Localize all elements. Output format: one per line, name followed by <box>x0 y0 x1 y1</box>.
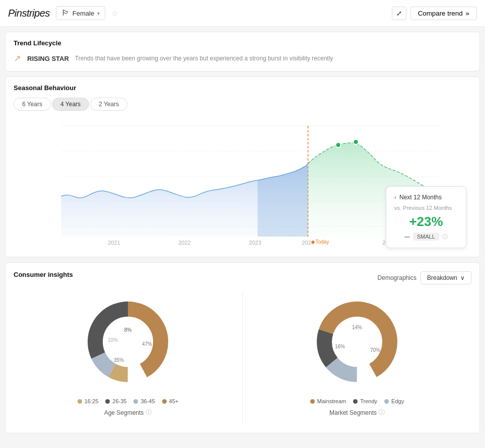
seasonal-title: Seasonal Behaviour <box>14 84 471 92</box>
svg-text:16%: 16% <box>335 344 345 349</box>
trend-lifecycle-section: Trend Lifecycle ↗ RISING STAR Trends tha… <box>5 32 480 71</box>
consumer-header: Consumer insights Demographics Breakdown… <box>14 271 471 284</box>
favorite-star-icon[interactable]: ☆ <box>111 9 118 18</box>
tab-2-years[interactable]: 2 Years <box>90 98 127 111</box>
year-tab-group: 6 Years 4 Years 2 Years <box>14 98 471 111</box>
svg-text:Today: Today <box>316 239 329 245</box>
legend-dot-26-35 <box>105 399 110 404</box>
svg-text:10%: 10% <box>108 337 118 343</box>
age-legend: 16:25 26-35 36-45 45+ <box>78 398 178 404</box>
svg-text:70%: 70% <box>370 347 380 353</box>
forecast-nav[interactable]: ‹ Next 12 Months <box>394 194 458 201</box>
legend-label-16-25: 16:25 <box>85 398 99 404</box>
trend-row: ↗ RISING STAR Trends that have been grow… <box>14 53 471 64</box>
svg-text:14%: 14% <box>352 325 362 330</box>
bar-chart-icon: ▪▪▪ <box>404 234 410 240</box>
consumer-insights-section: Consumer insights Demographics Breakdown… <box>5 262 480 433</box>
main-content: Trend Lifecycle ↗ RISING STAR Trends tha… <box>0 32 485 433</box>
header-left: Pinstripes 🏳 Female ▾ ☆ <box>8 6 118 20</box>
legend-label-trendy: Trendy <box>360 398 377 404</box>
market-segments-label: Market Segments ⓘ <box>329 408 385 417</box>
forecast-popup: ‹ Next 12 Months vs. Previous 12 Months … <box>386 186 466 248</box>
age-segments-col: 8% 10% 35% 47% 16:25 26-35 <box>14 291 243 425</box>
legend-dot-36-45 <box>133 399 138 404</box>
legend-16-25: 16:25 <box>78 398 99 404</box>
forecast-vs-label: vs. Previous 12 Months <box>394 205 458 211</box>
age-donut-chart: 8% 10% 35% 47% <box>83 296 173 387</box>
trend-description: Trends that have been growing over the y… <box>75 55 333 62</box>
trend-lifecycle-title: Trend Lifecycle <box>14 39 471 47</box>
seasonal-header: Seasonal Behaviour <box>14 84 471 92</box>
legend-trendy: Trendy <box>353 398 377 404</box>
legend-dot-45-plus <box>162 399 167 404</box>
legend-dot-16-25 <box>78 399 82 404</box>
breakdown-chevron-icon: ∨ <box>460 274 465 281</box>
legend-dot-mainstream <box>310 399 315 404</box>
market-segments-text: Market Segments <box>329 409 377 416</box>
legend-label-edgy: Edgy <box>391 398 404 404</box>
market-segments-col: 14% 16% 70% Mainstream Trendy <box>243 291 471 425</box>
breakdown-select[interactable]: Breakdown ∨ <box>421 271 471 284</box>
info-icon[interactable]: ⓘ <box>442 233 448 241</box>
svg-text:2021: 2021 <box>108 240 120 246</box>
rising-star-badge: RISING STAR <box>27 55 69 62</box>
compare-trend-label: Compare trend <box>418 10 463 17</box>
legend-label-45-plus: 45+ <box>169 398 179 404</box>
age-donut-wrapper: 8% 10% 35% 47% <box>83 296 173 387</box>
svg-point-6 <box>336 142 341 147</box>
legend-label-26-35: 26-35 <box>112 398 126 404</box>
app-logo: Pinstripes <box>8 8 50 19</box>
legend-mainstream: Mainstream <box>310 398 346 404</box>
demographics-charts-row: 8% 10% 35% 47% 16:25 26-35 <box>14 291 471 425</box>
chevron-down-icon: ▾ <box>97 11 100 16</box>
seasonal-behaviour-section: Seasonal Behaviour 6 Years 4 Years 2 Yea… <box>5 77 480 257</box>
demographics-label: Demographics <box>378 274 417 281</box>
size-badge: SMALL <box>413 233 439 241</box>
tab-4-years[interactable]: 4 Years <box>52 98 89 111</box>
legend-45-plus: 45+ <box>162 398 179 404</box>
legend-dot-edgy <box>384 399 389 404</box>
breakdown-label: Breakdown <box>427 274 457 281</box>
svg-text:47%: 47% <box>142 341 152 347</box>
svg-text:2023: 2023 <box>249 240 261 246</box>
svg-text:2022: 2022 <box>178 240 190 246</box>
forecast-title: Next 12 Months <box>399 194 442 201</box>
legend-26-35: 26-35 <box>105 398 126 404</box>
compare-arrows-icon: » <box>466 10 469 17</box>
svg-point-14 <box>312 241 315 244</box>
flag-icon: 🏳 <box>61 9 70 18</box>
forecast-badge-row: ▪▪▪ SMALL ⓘ <box>394 233 458 241</box>
market-legend: Mainstream Trendy Edgy <box>310 398 404 404</box>
legend-36-45: 36-45 <box>133 398 155 404</box>
legend-edgy: Edgy <box>384 398 404 404</box>
legend-label-mainstream: Mainstream <box>317 398 346 404</box>
consumer-controls: Demographics Breakdown ∨ <box>378 271 471 284</box>
forecast-percentage: +23% <box>394 214 458 230</box>
market-donut-wrapper: 14% 16% 70% <box>312 296 402 387</box>
header-right: ⤢ Compare trend » <box>392 7 477 20</box>
header: Pinstripes 🏳 Female ▾ ☆ ⤢ Compare trend … <box>0 0 485 27</box>
svg-text:35%: 35% <box>114 357 124 363</box>
expand-button[interactable]: ⤢ <box>392 7 406 20</box>
age-segments-text: Age Segments <box>104 409 144 416</box>
compare-trend-button[interactable]: Compare trend » <box>410 7 477 20</box>
trend-up-arrow-icon: ↗ <box>14 53 21 64</box>
expand-icon: ⤢ <box>396 10 402 17</box>
legend-dot-trendy <box>353 399 358 404</box>
gender-selector[interactable]: 🏳 Female ▾ <box>56 6 105 20</box>
svg-point-7 <box>354 139 359 144</box>
gender-label: Female <box>73 10 94 17</box>
seasonal-chart-area: 2021 2022 2023 2024 2025 Today ‹ Next 12… <box>14 116 471 257</box>
market-donut-chart: 14% 16% 70% <box>312 296 402 387</box>
age-info-icon[interactable]: ⓘ <box>146 408 152 417</box>
consumer-title: Consumer insights <box>14 271 73 278</box>
forecast-prev-icon: ‹ <box>394 194 396 201</box>
age-segments-label: Age Segments ⓘ <box>104 408 152 417</box>
svg-text:8%: 8% <box>124 327 132 333</box>
tab-6-years[interactable]: 6 Years <box>14 98 51 111</box>
legend-label-36-45: 36-45 <box>141 398 155 404</box>
market-info-icon[interactable]: ⓘ <box>379 408 385 417</box>
